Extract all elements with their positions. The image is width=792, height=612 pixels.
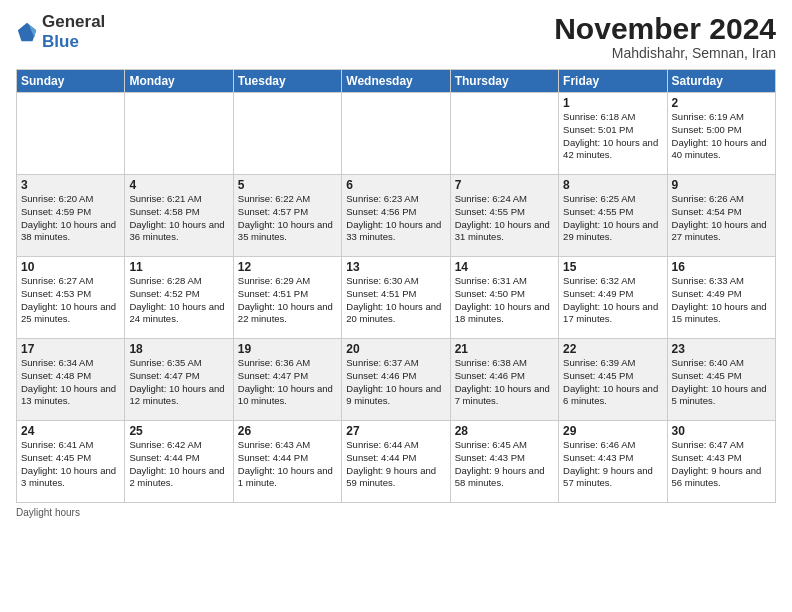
day-info: Sunrise: 6:47 AM Sunset: 4:43 PM Dayligh…	[672, 439, 771, 490]
calendar-cell: 5Sunrise: 6:22 AM Sunset: 4:57 PM Daylig…	[233, 175, 341, 257]
day-number: 16	[672, 260, 771, 274]
calendar-header-row: Sunday Monday Tuesday Wednesday Thursday…	[17, 70, 776, 93]
day-number: 12	[238, 260, 337, 274]
day-info: Sunrise: 6:45 AM Sunset: 4:43 PM Dayligh…	[455, 439, 554, 490]
day-number: 1	[563, 96, 662, 110]
day-info: Sunrise: 6:35 AM Sunset: 4:47 PM Dayligh…	[129, 357, 228, 408]
day-number: 20	[346, 342, 445, 356]
day-number: 24	[21, 424, 120, 438]
calendar-cell: 12Sunrise: 6:29 AM Sunset: 4:51 PM Dayli…	[233, 257, 341, 339]
day-number: 25	[129, 424, 228, 438]
day-number: 11	[129, 260, 228, 274]
day-info: Sunrise: 6:24 AM Sunset: 4:55 PM Dayligh…	[455, 193, 554, 244]
col-friday: Friday	[559, 70, 667, 93]
day-info: Sunrise: 6:43 AM Sunset: 4:44 PM Dayligh…	[238, 439, 337, 490]
header: General Blue November 2024 Mahdishahr, S…	[16, 12, 776, 61]
calendar-cell: 30Sunrise: 6:47 AM Sunset: 4:43 PM Dayli…	[667, 421, 775, 503]
day-info: Sunrise: 6:40 AM Sunset: 4:45 PM Dayligh…	[672, 357, 771, 408]
day-info: Sunrise: 6:44 AM Sunset: 4:44 PM Dayligh…	[346, 439, 445, 490]
day-info: Sunrise: 6:46 AM Sunset: 4:43 PM Dayligh…	[563, 439, 662, 490]
calendar-cell: 8Sunrise: 6:25 AM Sunset: 4:55 PM Daylig…	[559, 175, 667, 257]
day-number: 6	[346, 178, 445, 192]
calendar-cell: 1Sunrise: 6:18 AM Sunset: 5:01 PM Daylig…	[559, 93, 667, 175]
calendar-cell: 18Sunrise: 6:35 AM Sunset: 4:47 PM Dayli…	[125, 339, 233, 421]
day-info: Sunrise: 6:21 AM Sunset: 4:58 PM Dayligh…	[129, 193, 228, 244]
day-info: Sunrise: 6:25 AM Sunset: 4:55 PM Dayligh…	[563, 193, 662, 244]
calendar-cell	[125, 93, 233, 175]
calendar-cell: 19Sunrise: 6:36 AM Sunset: 4:47 PM Dayli…	[233, 339, 341, 421]
logo-general: General Blue	[42, 12, 105, 52]
col-saturday: Saturday	[667, 70, 775, 93]
calendar-cell: 17Sunrise: 6:34 AM Sunset: 4:48 PM Dayli…	[17, 339, 125, 421]
day-info: Sunrise: 6:27 AM Sunset: 4:53 PM Dayligh…	[21, 275, 120, 326]
calendar-cell: 10Sunrise: 6:27 AM Sunset: 4:53 PM Dayli…	[17, 257, 125, 339]
col-wednesday: Wednesday	[342, 70, 450, 93]
day-info: Sunrise: 6:41 AM Sunset: 4:45 PM Dayligh…	[21, 439, 120, 490]
calendar-week-row-4: 17Sunrise: 6:34 AM Sunset: 4:48 PM Dayli…	[17, 339, 776, 421]
calendar-cell	[17, 93, 125, 175]
calendar-week-row-2: 3Sunrise: 6:20 AM Sunset: 4:59 PM Daylig…	[17, 175, 776, 257]
calendar-cell: 29Sunrise: 6:46 AM Sunset: 4:43 PM Dayli…	[559, 421, 667, 503]
calendar-week-row-5: 24Sunrise: 6:41 AM Sunset: 4:45 PM Dayli…	[17, 421, 776, 503]
logo-text-blue: Blue	[42, 32, 79, 51]
calendar-cell	[450, 93, 558, 175]
day-number: 26	[238, 424, 337, 438]
page: General Blue November 2024 Mahdishahr, S…	[0, 0, 792, 612]
day-info: Sunrise: 6:38 AM Sunset: 4:46 PM Dayligh…	[455, 357, 554, 408]
day-number: 27	[346, 424, 445, 438]
day-number: 19	[238, 342, 337, 356]
day-info: Sunrise: 6:32 AM Sunset: 4:49 PM Dayligh…	[563, 275, 662, 326]
day-info: Sunrise: 6:22 AM Sunset: 4:57 PM Dayligh…	[238, 193, 337, 244]
subtitle: Mahdishahr, Semnan, Iran	[554, 45, 776, 61]
calendar-cell: 11Sunrise: 6:28 AM Sunset: 4:52 PM Dayli…	[125, 257, 233, 339]
calendar-cell: 22Sunrise: 6:39 AM Sunset: 4:45 PM Dayli…	[559, 339, 667, 421]
calendar-cell: 2Sunrise: 6:19 AM Sunset: 5:00 PM Daylig…	[667, 93, 775, 175]
calendar-cell: 13Sunrise: 6:30 AM Sunset: 4:51 PM Dayli…	[342, 257, 450, 339]
day-number: 29	[563, 424, 662, 438]
calendar-cell: 26Sunrise: 6:43 AM Sunset: 4:44 PM Dayli…	[233, 421, 341, 503]
day-info: Sunrise: 6:42 AM Sunset: 4:44 PM Dayligh…	[129, 439, 228, 490]
calendar-week-row-3: 10Sunrise: 6:27 AM Sunset: 4:53 PM Dayli…	[17, 257, 776, 339]
col-monday: Monday	[125, 70, 233, 93]
day-info: Sunrise: 6:23 AM Sunset: 4:56 PM Dayligh…	[346, 193, 445, 244]
calendar-cell: 14Sunrise: 6:31 AM Sunset: 4:50 PM Dayli…	[450, 257, 558, 339]
day-info: Sunrise: 6:34 AM Sunset: 4:48 PM Dayligh…	[21, 357, 120, 408]
col-tuesday: Tuesday	[233, 70, 341, 93]
day-number: 5	[238, 178, 337, 192]
day-info: Sunrise: 6:28 AM Sunset: 4:52 PM Dayligh…	[129, 275, 228, 326]
calendar-cell: 6Sunrise: 6:23 AM Sunset: 4:56 PM Daylig…	[342, 175, 450, 257]
day-info: Sunrise: 6:39 AM Sunset: 4:45 PM Dayligh…	[563, 357, 662, 408]
calendar-cell	[233, 93, 341, 175]
calendar-cell: 21Sunrise: 6:38 AM Sunset: 4:46 PM Dayli…	[450, 339, 558, 421]
calendar-cell: 15Sunrise: 6:32 AM Sunset: 4:49 PM Dayli…	[559, 257, 667, 339]
day-number: 10	[21, 260, 120, 274]
day-info: Sunrise: 6:33 AM Sunset: 4:49 PM Dayligh…	[672, 275, 771, 326]
calendar-cell: 4Sunrise: 6:21 AM Sunset: 4:58 PM Daylig…	[125, 175, 233, 257]
day-number: 17	[21, 342, 120, 356]
day-info: Sunrise: 6:31 AM Sunset: 4:50 PM Dayligh…	[455, 275, 554, 326]
day-number: 9	[672, 178, 771, 192]
day-info: Sunrise: 6:37 AM Sunset: 4:46 PM Dayligh…	[346, 357, 445, 408]
calendar-cell: 27Sunrise: 6:44 AM Sunset: 4:44 PM Dayli…	[342, 421, 450, 503]
day-number: 3	[21, 178, 120, 192]
day-number: 30	[672, 424, 771, 438]
day-number: 22	[563, 342, 662, 356]
calendar-cell: 9Sunrise: 6:26 AM Sunset: 4:54 PM Daylig…	[667, 175, 775, 257]
day-number: 23	[672, 342, 771, 356]
calendar-cell: 20Sunrise: 6:37 AM Sunset: 4:46 PM Dayli…	[342, 339, 450, 421]
day-number: 21	[455, 342, 554, 356]
calendar-cell: 24Sunrise: 6:41 AM Sunset: 4:45 PM Dayli…	[17, 421, 125, 503]
day-number: 4	[129, 178, 228, 192]
footer: Daylight hours	[16, 507, 776, 518]
day-info: Sunrise: 6:29 AM Sunset: 4:51 PM Dayligh…	[238, 275, 337, 326]
calendar-cell	[342, 93, 450, 175]
title-block: November 2024 Mahdishahr, Semnan, Iran	[554, 12, 776, 61]
day-number: 7	[455, 178, 554, 192]
logo-text-general: General	[42, 12, 105, 31]
day-info: Sunrise: 6:26 AM Sunset: 4:54 PM Dayligh…	[672, 193, 771, 244]
calendar-cell: 16Sunrise: 6:33 AM Sunset: 4:49 PM Dayli…	[667, 257, 775, 339]
calendar-cell: 28Sunrise: 6:45 AM Sunset: 4:43 PM Dayli…	[450, 421, 558, 503]
day-info: Sunrise: 6:19 AM Sunset: 5:00 PM Dayligh…	[672, 111, 771, 162]
col-thursday: Thursday	[450, 70, 558, 93]
day-number: 28	[455, 424, 554, 438]
